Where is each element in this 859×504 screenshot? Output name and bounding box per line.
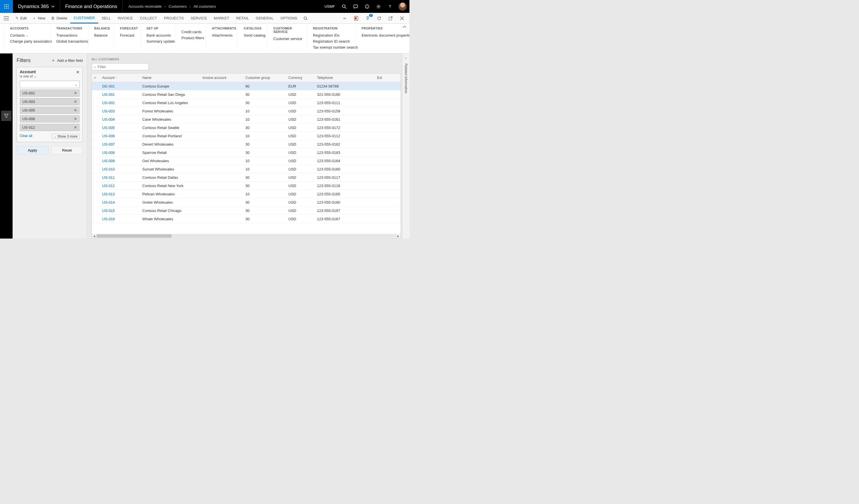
cell-account[interactable]: US-006 xyxy=(101,134,140,138)
table-row[interactable]: US-007Desert Wholesales30USD123-555-0162 xyxy=(92,140,401,148)
col-group[interactable]: Customer group xyxy=(244,76,287,80)
crumb-2[interactable]: All customers xyxy=(194,4,216,9)
tab-customer[interactable]: CUSTOMER xyxy=(70,13,98,23)
delete-button[interactable]: 🗑Delete xyxy=(48,13,70,23)
edit-button[interactable]: ✎Edit xyxy=(13,13,30,23)
remove-chip-button[interactable]: ✕ xyxy=(74,91,77,95)
ribbon-item[interactable]: Forecast xyxy=(120,32,135,38)
ribbon-item[interactable]: Change party association xyxy=(10,38,44,44)
table-row[interactable]: US-016Whale Wholesales30USD123-555-0167 xyxy=(92,215,401,223)
reset-button[interactable]: Reset xyxy=(51,146,83,155)
tab-market[interactable]: MARKET xyxy=(210,13,233,23)
ribbon-item[interactable]: Registration ID search xyxy=(313,38,350,44)
table-body[interactable]: DE-001Contoso Europe90EUR01234 56789US-0… xyxy=(92,82,401,234)
table-row[interactable]: US-001Contoso Retail San Diego30USD321-5… xyxy=(92,90,401,99)
office-button[interactable] xyxy=(350,13,362,23)
nav-toggle[interactable] xyxy=(0,13,13,23)
grid-filter-input[interactable] xyxy=(97,65,147,69)
remove-chip-button[interactable]: ✕ xyxy=(74,99,77,104)
search-page-button[interactable] xyxy=(301,13,311,23)
ribbon-item[interactable]: Contacts⌄ xyxy=(10,32,44,38)
table-row[interactable]: DE-001Contoso Europe90EUR01234 56789 xyxy=(92,82,401,90)
feedback-button[interactable] xyxy=(361,0,373,13)
remove-chip-button[interactable]: ✕ xyxy=(74,108,77,112)
ribbon-item[interactable]: Tax exempt number search xyxy=(313,44,350,50)
close-page-button[interactable] xyxy=(396,13,408,23)
cell-account[interactable]: US-012 xyxy=(101,184,140,188)
table-row[interactable]: US-015Contoso Retail Chicago30USD123-555… xyxy=(92,206,401,215)
crumb-1[interactable]: Customers xyxy=(169,4,187,9)
tab-general[interactable]: GENERAL xyxy=(252,13,277,23)
add-filter-field[interactable]: ＋ Add a filter field xyxy=(51,58,83,63)
cell-account[interactable]: US-002 xyxy=(101,101,140,105)
clear-all-link[interactable]: Clear all xyxy=(20,134,32,139)
table-row[interactable]: US-008Sparrow Retail30USD123-555-0163 xyxy=(92,148,401,157)
app-launcher[interactable] xyxy=(0,0,13,13)
crumb-0[interactable]: Accounts receivable xyxy=(128,4,162,9)
link-button[interactable]: ∞ xyxy=(339,13,350,23)
tab-invoice[interactable]: INVOICE xyxy=(114,13,136,23)
tab-sell[interactable]: SELL xyxy=(98,13,114,23)
notifications-button[interactable]: 0 xyxy=(362,13,373,23)
ribbon-item[interactable]: Balance xyxy=(94,32,108,38)
scroll-right-icon[interactable]: ▶ xyxy=(396,235,401,238)
ribbon-item[interactable]: Global transactions xyxy=(56,38,82,44)
col-account[interactable]: Account↑ xyxy=(101,76,140,80)
table-row[interactable]: US-013Pelican Wholesales10USD123-555-016… xyxy=(92,190,401,198)
related-info-label[interactable]: Related information xyxy=(404,63,408,93)
cell-account[interactable]: US-005 xyxy=(101,126,140,130)
table-row[interactable]: US-010Sunset Wholesales10USD123-555-0160 xyxy=(92,165,401,173)
brand-dropdown[interactable]: Dynamics 365 xyxy=(13,0,60,13)
ribbon-item[interactable]: Product filters xyxy=(182,35,200,41)
remove-chip-button[interactable]: ✕ xyxy=(74,125,77,129)
ribbon-item[interactable]: Summary update xyxy=(147,38,170,44)
ribbon-item[interactable]: Customer service xyxy=(273,36,301,42)
expand-related-button[interactable]: ‹ xyxy=(405,56,406,60)
cell-account[interactable]: US-001 xyxy=(101,92,140,97)
filter-rail-button[interactable] xyxy=(1,111,12,121)
refresh-button[interactable] xyxy=(373,13,385,23)
messages-button[interactable] xyxy=(350,0,361,13)
col-telephone[interactable]: Telephone xyxy=(315,76,375,80)
ribbon-item[interactable]: Attachments xyxy=(212,32,232,38)
cell-account[interactable]: US-003 xyxy=(101,109,140,113)
ribbon-item[interactable]: Transactions xyxy=(56,32,82,38)
cell-account[interactable]: US-008 xyxy=(101,151,140,155)
col-name[interactable]: Name xyxy=(140,76,201,80)
remove-filter-button[interactable]: ✕ xyxy=(76,69,80,75)
ribbon-item[interactable]: Send catalog xyxy=(244,32,261,38)
ribbon-collapse[interactable] xyxy=(403,26,407,28)
search-button[interactable] xyxy=(338,0,350,13)
table-row[interactable]: US-006Contoso Retail Portland10USD123-55… xyxy=(92,132,401,140)
avatar[interactable] xyxy=(398,3,407,11)
remove-chip-button[interactable]: ✕ xyxy=(74,117,77,121)
scroll-left-icon[interactable]: ◀ xyxy=(92,235,96,238)
ribbon-item[interactable]: Electronic document properties xyxy=(362,32,404,38)
cell-account[interactable]: US-015 xyxy=(101,208,140,213)
table-row[interactable]: US-002Contoso Retail Los Angeles30USD123… xyxy=(92,99,401,107)
new-button[interactable]: ＋New xyxy=(30,13,48,23)
apply-button[interactable]: Apply xyxy=(17,146,48,155)
company-code[interactable]: USMF xyxy=(321,4,338,9)
cell-account[interactable]: US-004 xyxy=(101,117,140,122)
scroll-track[interactable] xyxy=(96,234,396,238)
ribbon-item[interactable]: Credit cards xyxy=(182,29,200,35)
cell-account[interactable]: US-013 xyxy=(101,192,140,196)
ribbon-item[interactable]: Registration IDs xyxy=(313,32,350,38)
cell-account[interactable]: US-016 xyxy=(101,217,140,221)
table-row[interactable]: US-011Contoso Retail Dallas30USD123-555-… xyxy=(92,173,401,182)
popout-button[interactable] xyxy=(385,13,396,23)
horizontal-scrollbar[interactable]: ◀ ▶ xyxy=(92,234,401,238)
select-all-checkbox[interactable]: ✓ xyxy=(92,76,101,80)
cell-account[interactable]: US-011 xyxy=(101,175,140,179)
scroll-thumb[interactable] xyxy=(96,234,171,238)
tab-service[interactable]: SERVICE xyxy=(187,13,210,23)
cell-account[interactable]: US-010 xyxy=(101,167,140,171)
tab-retail[interactable]: RETAIL xyxy=(233,13,253,23)
settings-button[interactable] xyxy=(373,0,384,13)
help-button[interactable]: ? xyxy=(384,0,396,13)
table-row[interactable]: US-012Contoso Retail New York30USD123-55… xyxy=(92,182,401,190)
tab-collect[interactable]: COLLECT xyxy=(136,13,160,23)
col-invoice[interactable]: Invoice account xyxy=(201,76,244,80)
cell-account[interactable]: US-014 xyxy=(101,200,140,205)
